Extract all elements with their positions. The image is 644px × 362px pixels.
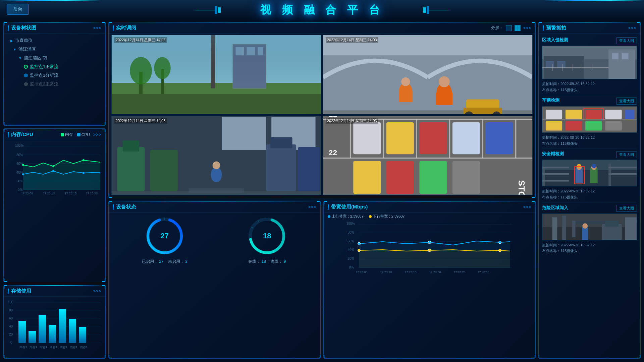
svg-text:40%: 40% [348,248,355,252]
svg-rect-184 [542,170,637,187]
svg-text:20: 20 [9,333,13,336]
svg-rect-175 [605,110,622,119]
realtime-more[interactable]: >>> [523,26,531,31]
svg-text:内存1: 内存1 [19,346,27,349]
storage-bar [59,309,66,343]
video-timestamp-4: 2022年12月14日 星期三 14:03 [326,118,378,124]
storage-more[interactable]: >>> [93,289,101,294]
svg-rect-82 [189,188,244,193]
alert-info-1: 区域入侵检测 查看大图 [542,37,637,93]
memory-cpu-panel: 内存/CPU 内存 CPU >>> [3,128,106,282]
svg-rect-73 [222,117,266,150]
down-bandwidth-area [359,250,510,268]
device-status-more[interactable]: >>> [308,205,316,209]
svg-text:内存1: 内存1 [80,346,88,349]
alert-meta-4: 抓拍时间：2022-09-30 16:32:12 布点名称：115摄像头 [542,242,637,254]
svg-rect-207 [605,221,618,227]
device-status-header: 设备状态 >>> [109,201,320,213]
page-title: 视 频 融 合 平 台 [260,3,384,17]
svg-point-64 [439,76,450,87]
video-scene-factory [112,116,321,195]
svg-text:0%: 0% [349,265,354,269]
svg-rect-202 [552,217,557,240]
memory-cpu-more[interactable]: >>> [93,132,101,137]
svg-text:内存1: 内存1 [40,346,47,349]
svg-rect-76 [117,147,145,191]
split-cell [515,25,518,28]
video-cell-1[interactable]: 2022年12月14日 星期三 14:03 [111,35,321,114]
tree-item-pujiang-south[interactable]: ▼ 浦江浦区-南 [8,54,101,62]
legend-cpu: CPU [77,132,90,137]
svg-text:17:23:15: 17:23:15 [405,270,417,274]
svg-text:80%: 80% [16,153,23,157]
alerts-list: 区域入侵检测 查看大图 [539,34,640,257]
svg-text:20%: 20% [16,179,23,183]
alert-view-btn-4[interactable]: 查看大图 [616,205,637,212]
tree-arrow-down: ▼ [13,48,16,51]
video-cell-3[interactable]: 2022年12月14日 星期三 14:03 [111,116,321,195]
tree-item-monitor1[interactable]: 监控点1正常流 [8,62,101,71]
alert-title-1: 区域入侵检测 [542,37,568,43]
svg-rect-205 [572,221,576,237]
gauge2-offline-val: 9 [284,259,286,264]
bandwidth-panel: 带宽使用(Mbps) >>> 上行带宽：2.39687 下行带宽：2.39687 [323,201,536,359]
alerts-more[interactable]: >>> [628,26,636,31]
alert-info-3: 安全帽检测 查看大图 [542,151,637,200]
svg-rect-188 [542,180,569,182]
split-1-icon[interactable] [506,25,512,31]
svg-rect-97 [419,122,447,154]
video-cell-2[interactable]: 2022年12月14日 星期三 14:03 [323,35,533,114]
svg-rect-56 [112,35,321,88]
svg-rect-194 [577,164,581,168]
svg-text:内存1: 内存1 [60,346,67,349]
top-header: 后台 视 频 融 合 平 台 [0,0,644,20]
bandwidth-legend: 上行带宽：2.39687 下行带宽：2.39687 [324,213,535,219]
svg-rect-102 [419,161,447,194]
svg-text:40%: 40% [16,171,23,174]
svg-rect-95 [353,122,381,154]
split-4-icon[interactable] [515,25,521,31]
storage-panel: 存储使用 >>> 100 80 60 40 20 0 [3,285,106,359]
tree-item-monitor2[interactable]: 监控点2正常流 [8,80,101,88]
bw-down-text: 下行带宽：2.39687 [373,214,405,219]
alert-view-btn-3[interactable]: 查看大图 [616,151,637,158]
svg-text:17:23:10: 17:23:10 [380,270,392,274]
alert-view-btn-1[interactable]: 查看大图 [616,37,637,44]
svg-text:60%: 60% [348,239,355,243]
tree-item-pujiang[interactable]: ▼ 浦江浦区 [8,45,101,54]
storage-bar [18,321,26,343]
tree-item-monitor1-analysis[interactable]: 监控点1分析流 [8,71,101,80]
gauge2-wrap: 18 在线： 18 离线： 9 [247,216,287,264]
cpu-area [23,171,100,190]
svg-text:STOP: STOP [517,180,527,195]
down-bandwidth-dot [428,249,431,252]
svg-text:17:23:20: 17:23:20 [86,192,98,195]
device-status-panel: 设备状态 >>> [108,201,321,359]
back-button[interactable]: 后台 [7,4,29,15]
gauge1-number: 27 [161,232,169,240]
svg-text:100: 100 [8,300,13,304]
split-cell [506,25,512,31]
storage-title: 存储使用 [8,288,31,294]
bandwidth-more[interactable]: >>> [523,205,531,209]
svg-text:100%: 100% [15,144,24,147]
alert-view-btn-2[interactable]: 查看大图 [616,98,637,105]
title-deco-left [195,3,221,17]
main-layout: 设备树状图 >>> ▶ 市直单位 ▼ 浦江浦区 ▼ 浦江浦区-南 [3,22,641,359]
svg-point-83 [211,167,222,182]
gauge2-labels: 在线： 18 离线： 9 [248,259,286,264]
device-tree-more[interactable]: >>> [93,26,101,31]
svg-rect-196 [590,169,598,183]
realtime-title: 实时调阅 [113,25,136,31]
bandwidth-chart-area: 100% 80% 60% 40% 20% 0% [324,219,535,280]
gauge-container: 27 已启用： 27 未启用： 3 [109,213,320,268]
tree-item-city[interactable]: ▶ 市直单位 [8,36,101,45]
gauge2-online-label: 在线： [248,259,260,264]
svg-text:80: 80 [9,308,13,312]
svg-rect-1 [215,6,217,14]
storage-bar [79,327,86,343]
memory-dot [52,165,54,167]
video-cell-4[interactable]: 2022年12月14日 星期三 14:03 [323,116,533,195]
bandwidth-chart: 100% 80% 60% 40% 20% 0% [326,220,533,277]
cpu-dot [83,172,85,174]
